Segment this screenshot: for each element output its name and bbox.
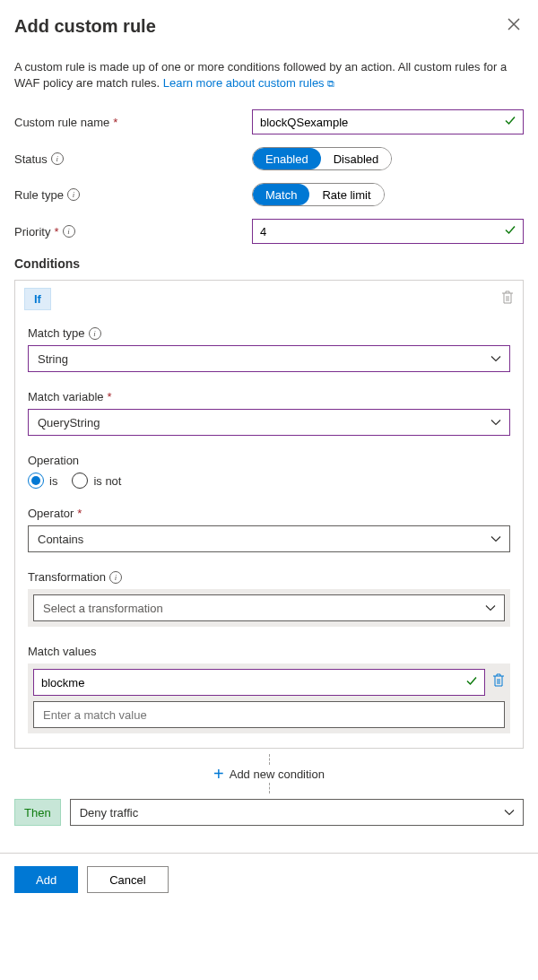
close-icon[interactable] <box>504 14 524 38</box>
match-value-input[interactable] <box>33 669 485 696</box>
info-icon[interactable]: i <box>89 327 101 340</box>
page-title: Add custom rule <box>14 16 156 37</box>
match-type-select[interactable]: String <box>28 345 510 372</box>
operator-label: Operator * <box>28 507 510 520</box>
trash-icon[interactable] <box>492 673 505 691</box>
custom-rule-name-label: Custom rule name * <box>14 116 252 129</box>
match-variable-label: Match variable * <box>28 390 510 403</box>
conditions-heading: Conditions <box>14 256 524 271</box>
trash-icon[interactable] <box>501 291 514 308</box>
condition-card: If Match type i String Match variable * <box>14 280 524 749</box>
rule-type-match-button[interactable]: Match <box>253 184 309 205</box>
status-enabled-button[interactable]: Enabled <box>253 148 321 169</box>
transformation-select[interactable]: Select a transformation <box>33 594 505 621</box>
match-value-new-input[interactable] <box>33 701 505 728</box>
status-disabled-button[interactable]: Disabled <box>321 148 392 169</box>
plus-icon: + <box>213 765 224 783</box>
external-link-icon: ⧉ <box>327 78 334 89</box>
transformation-label: Transformation i <box>28 570 510 584</box>
if-tag: If <box>24 288 51 310</box>
priority-label: Priority * i <box>14 225 252 238</box>
then-tag: Then <box>14 799 61 826</box>
operation-is-radio[interactable]: is <box>28 473 57 489</box>
description-text: A custom rule is made up of one or more … <box>14 59 524 91</box>
add-condition-button[interactable]: + Add new condition <box>213 765 325 783</box>
custom-rule-name-input[interactable] <box>252 109 524 134</box>
info-icon[interactable]: i <box>109 571 122 584</box>
operation-is-not-radio[interactable]: is not <box>72 473 121 489</box>
rule-type-rate-button[interactable]: Rate limit <box>309 184 383 205</box>
priority-input[interactable] <box>252 219 524 244</box>
info-icon[interactable]: i <box>67 188 80 201</box>
status-label: Status i <box>14 152 252 166</box>
rule-type-label: Rule type i <box>14 188 252 202</box>
learn-more-link[interactable]: Learn more about custom rules ⧉ <box>163 76 335 90</box>
info-icon[interactable]: i <box>51 152 64 165</box>
operator-select[interactable]: Contains <box>28 525 510 552</box>
add-button[interactable]: Add <box>14 866 78 893</box>
match-type-label: Match type i <box>28 326 510 340</box>
cancel-button[interactable]: Cancel <box>87 866 168 893</box>
match-variable-select[interactable]: QueryString <box>28 409 510 436</box>
match-values-label: Match values <box>28 645 510 658</box>
operation-label: Operation <box>28 454 510 467</box>
then-action-select[interactable]: Deny traffic <box>70 799 524 826</box>
info-icon[interactable]: i <box>63 225 75 238</box>
status-toggle[interactable]: Enabled Disabled <box>252 147 392 170</box>
rule-type-toggle[interactable]: Match Rate limit <box>252 183 385 206</box>
